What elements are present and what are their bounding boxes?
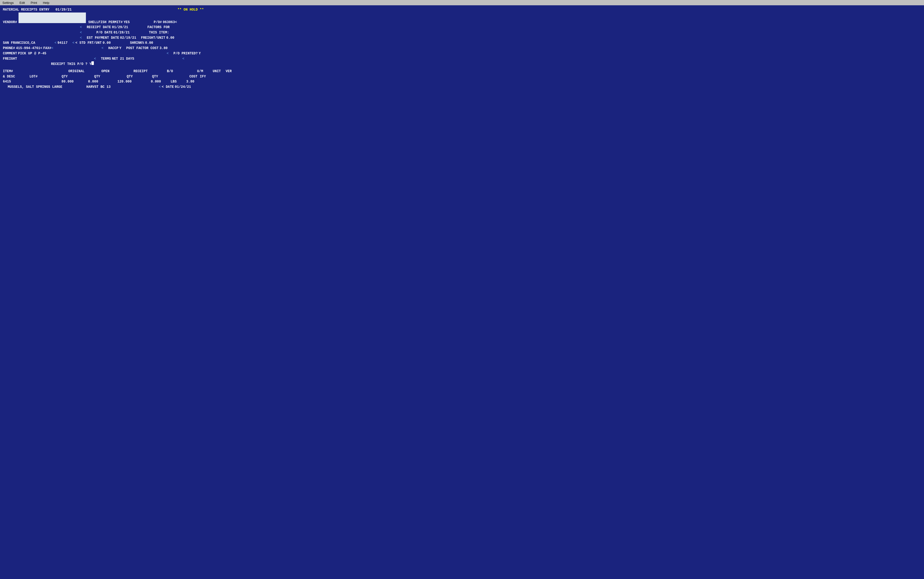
terminal-screen: MATERIAL RECEIPTS ENTRY 01/29/21 ** ON H… bbox=[0, 5, 924, 579]
receipt-qty: 120.000 bbox=[118, 79, 132, 84]
menu-bar: Settings Edit Print Help bbox=[0, 0, 924, 5]
city-state: SAN FRANCISCO,CA bbox=[3, 41, 35, 46]
unit-cost-value: 3.80 bbox=[186, 79, 195, 84]
col-bo-sub: QTY bbox=[152, 74, 158, 79]
this-item-label: THIS ITEM: bbox=[149, 30, 169, 35]
menu-print[interactable]: Print bbox=[29, 1, 38, 5]
menu-edit[interactable]: Edit bbox=[18, 1, 26, 5]
col-bo: B/O bbox=[167, 69, 173, 74]
col-item: ITEM# bbox=[3, 69, 13, 74]
fax-label: FAX# bbox=[43, 46, 51, 51]
um-value: LBS bbox=[170, 79, 177, 84]
col-header-row2: & DESC LOT# QTY QTY QTY QTY COST IFY bbox=[3, 74, 921, 79]
po-printed-label: P/O PRINTED? bbox=[174, 51, 198, 56]
zip-value: 94117 bbox=[57, 41, 68, 46]
menu-help[interactable]: Help bbox=[42, 1, 50, 5]
col-original: ORIGINAL bbox=[68, 69, 84, 74]
title-line: MATERIAL RECEIPTS ENTRY 01/29/21 ** ON H… bbox=[3, 7, 921, 13]
comment-line: COMMENT PICK UP @ P-45 < P/O PRINTED? Y bbox=[3, 51, 921, 56]
shrink-value: 0.00 bbox=[145, 41, 153, 46]
item-desc: MUSSELS, SALT SPRINGS LARGE bbox=[8, 84, 62, 90]
vendor-label: VENDOR# bbox=[3, 20, 17, 25]
phone-label: PHONE# bbox=[3, 46, 15, 51]
freight-unit-label: FREIGHT/UNIT bbox=[141, 35, 165, 41]
po-value: 063063< bbox=[163, 20, 177, 25]
date-value: 01/24/21 bbox=[175, 84, 191, 90]
receipt-po-line: RECEIPT THIS P/O ? Y bbox=[3, 61, 921, 67]
po-date-line: < P/O DATE 01/28/21 THIS ITEM: bbox=[3, 30, 921, 35]
receipt-date-value: 01/29/21 bbox=[112, 25, 128, 30]
on-hold-text: ** ON HOLD ** bbox=[178, 7, 204, 13]
shellfish-value: YES bbox=[124, 20, 130, 25]
terms-label: TERMS bbox=[101, 56, 111, 62]
est-payment-label: EST PAYMENT DATE bbox=[87, 35, 119, 41]
phone-value: 415-994-4761< bbox=[16, 46, 42, 51]
data-row-2: MUSSELS, SALT SPRINGS LARGE HARVST BC 13… bbox=[3, 84, 921, 90]
po-printed-value: Y bbox=[199, 51, 201, 56]
post-factor-label: POST FACTOR COST bbox=[126, 46, 158, 51]
po-date-value: 01/28/21 bbox=[113, 30, 130, 35]
harvst-value: HARVST BC 13 bbox=[86, 84, 111, 90]
original-qty: 80.000 bbox=[62, 79, 74, 84]
std-frt-value: 0.00 bbox=[103, 41, 111, 46]
po-label: P/O# bbox=[154, 20, 162, 25]
phone-line: PHONE# 415-994-4761< FAX# < < HACCP Y PO… bbox=[3, 46, 921, 51]
cursor bbox=[92, 61, 94, 65]
item-num: 6415 bbox=[3, 79, 11, 84]
shrink-label: SHRINK% bbox=[130, 41, 144, 46]
est-payment-value: 02/19/21 bbox=[120, 35, 136, 41]
receipt-po-question: RECEIPT THIS P/O ? Y bbox=[51, 62, 92, 67]
col-um: U/M bbox=[197, 69, 203, 74]
haccp-value: Y bbox=[120, 46, 121, 51]
col-verify: VER bbox=[226, 69, 232, 74]
col-open-sub: QTY bbox=[94, 74, 100, 79]
std-frt-label: < STD FRT/UNT bbox=[75, 41, 102, 46]
title-text: MATERIAL RECEIPTS ENTRY 01/29/21 bbox=[3, 7, 72, 13]
vendor-name-box[interactable] bbox=[18, 13, 86, 23]
col-receipt: RECEIPT bbox=[134, 69, 148, 74]
comment-value: PICK UP @ P-45 bbox=[18, 51, 46, 56]
date-label: < DATE bbox=[162, 84, 174, 90]
post-factor-value: 3.80 bbox=[159, 46, 168, 51]
city-line: SAN FRANCISCO,CA < 94117 < < STD FRT/UNT… bbox=[3, 41, 921, 46]
col-ify-sub: IFY bbox=[200, 74, 206, 79]
spacer-1 bbox=[3, 67, 921, 69]
col-desc: & DESC bbox=[3, 74, 15, 79]
col-cost-sub: COST bbox=[189, 74, 198, 79]
col-lot: LOT# bbox=[29, 74, 38, 79]
data-row-1: 6415 80.000 0.000 120.000 0.000 LBS 3.80 bbox=[3, 79, 921, 84]
col-unit: UNIT bbox=[213, 69, 221, 74]
freight-label: FREIGHT bbox=[3, 56, 17, 62]
menu-settings[interactable]: Settings bbox=[2, 1, 15, 5]
bo-qty: 0.000 bbox=[151, 79, 161, 84]
freight-unit-value: 0.00 bbox=[166, 35, 174, 41]
vendor-line: VENDOR# SHELLFISH PERMIT# YES P/O# 06306… bbox=[3, 13, 921, 25]
factors-label: FACTORS FOR bbox=[147, 25, 169, 30]
terms-value: NET 21 DAYS bbox=[112, 56, 134, 62]
col-open: OPEN bbox=[101, 69, 110, 74]
comment-label: COMMENT bbox=[3, 51, 17, 56]
open-qty: 0.000 bbox=[88, 79, 98, 84]
receipt-date-line: < RECEIPT DATE 01/29/21 FACTORS FOR bbox=[3, 25, 921, 30]
est-payment-line: < EST PAYMENT DATE 02/19/21 FREIGHT/UNIT… bbox=[3, 35, 921, 41]
col-qty-sub: QTY bbox=[62, 74, 68, 79]
po-date-label: P/O DATE bbox=[96, 30, 112, 35]
col-header-row1: ITEM# ORIGINAL OPEN RECEIPT B/O U/M UNIT… bbox=[3, 69, 921, 74]
shellfish-label: SHELLFISH PERMIT# bbox=[88, 20, 123, 25]
freight-line: FREIGHT < TERMS NET 21 DAYS < bbox=[3, 56, 921, 62]
receipt-date-label: RECEIPT DATE bbox=[87, 25, 111, 30]
col-receipt-sub: QTY bbox=[126, 74, 133, 79]
haccp-label: HACCP bbox=[108, 46, 118, 51]
